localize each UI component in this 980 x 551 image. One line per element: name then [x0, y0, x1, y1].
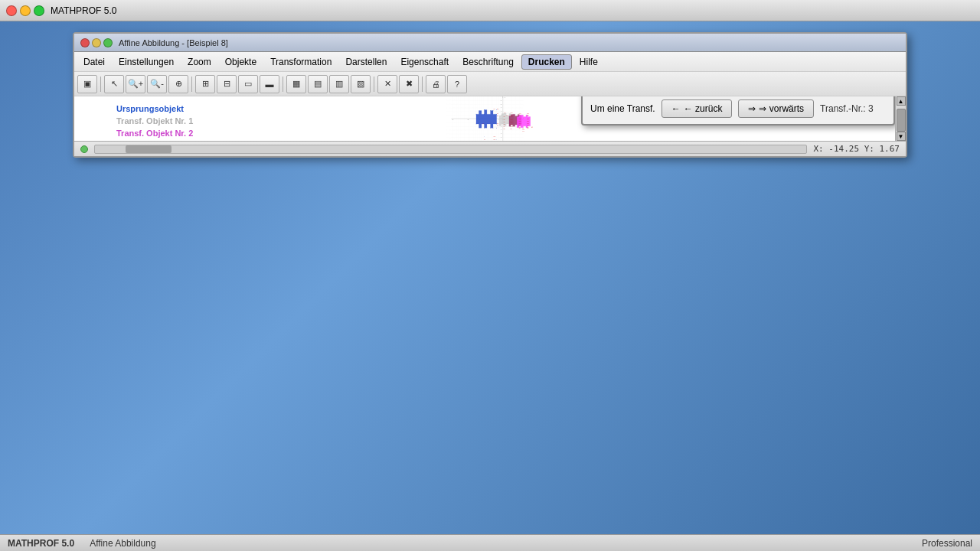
- horizontal-scrollbar[interactable]: [94, 145, 807, 154]
- menu-darstellen[interactable]: Darstellen: [339, 55, 393, 69]
- bottom-status-bar: MATHPROF 5.0 Affine Abbildung Profession…: [0, 534, 980, 551]
- back-icon: ←: [671, 103, 681, 114]
- menu-zoom[interactable]: Zoom: [181, 55, 217, 69]
- svg-point-77: [484, 124, 485, 125]
- window-controls[interactable]: [6, 5, 44, 16]
- bottom-app-name: MATHPROF 5.0: [8, 538, 74, 549]
- tb-zoom-in[interactable]: 🔍+: [126, 75, 145, 93]
- inner-min-btn[interactable]: [92, 38, 101, 47]
- bottom-professional-label: Professional: [922, 538, 972, 549]
- svg-text:P-11-1: P-11-1: [511, 124, 513, 125]
- svg-text:P-15-3: P-15-3: [527, 115, 529, 116]
- inner-max-btn[interactable]: [103, 38, 113, 47]
- svg-point-70: [496, 109, 497, 110]
- tb-frame[interactable]: ▭: [238, 75, 258, 93]
- app-title: MATHPROF 5.0: [51, 5, 116, 16]
- menu-datei[interactable]: Datei: [77, 55, 111, 69]
- svg-text:P-10-3: P-10-3: [527, 125, 529, 126]
- svg-text:P-13-3: P-13-3: [527, 119, 529, 119]
- tb-select-tool[interactable]: ▣: [77, 75, 97, 93]
- svg-point-71: [490, 110, 491, 111]
- main-window: Affine Abbildung - [Beispiel 8] Datei Ei…: [73, 32, 907, 158]
- status-bar: X: -14.25 Y: 1.67: [74, 141, 906, 156]
- svg-point-72: [493, 110, 494, 111]
- svg-point-76: [476, 124, 477, 125]
- vorwaerts-button[interactable]: ⇒ ⇒ vorwärts: [738, 99, 814, 118]
- close-btn[interactable]: [6, 5, 17, 16]
- svg-point-75: [476, 114, 477, 115]
- um-trans-label: Um eine Transf.: [590, 103, 655, 114]
- svg-text:✕: ✕: [531, 126, 533, 128]
- menu-objekte[interactable]: Objekte: [219, 55, 263, 69]
- legend-item-2: Transf. Objekt Nr. 1: [116, 116, 193, 126]
- tb-delete[interactable]: ✕: [377, 75, 397, 93]
- tb-grid[interactable]: ⊞: [195, 75, 215, 93]
- tb-sep-1: [100, 77, 101, 92]
- menu-einstellungen[interactable]: Einstellungen: [113, 55, 180, 69]
- menu-beschriftung[interactable]: Beschriftung: [456, 55, 520, 69]
- tb-sep-2: [191, 77, 192, 92]
- tb-table2[interactable]: ▤: [308, 75, 328, 93]
- inner-close-btn[interactable]: [80, 38, 90, 47]
- tb-sep-3: [283, 77, 283, 92]
- scroll-down-arrow[interactable]: ▼: [897, 132, 906, 141]
- svg-point-74: [484, 114, 485, 115]
- max-btn[interactable]: [34, 5, 44, 16]
- svg-point-69: [484, 109, 485, 110]
- svg-point-79: [490, 128, 491, 129]
- coords-display: X: -14.25 Y: 1.67: [813, 144, 900, 154]
- title-bar: MATHPROF 5.0: [0, 0, 980, 21]
- inner-title-text: Affine Abbildung - [Beispiel 8]: [119, 38, 228, 47]
- legend-item-3: Transf. Objekt Nr. 2: [116, 129, 193, 138]
- legend-item-1: Ursprungsobjekt: [116, 104, 193, 113]
- tb-axes[interactable]: ⊟: [217, 75, 237, 93]
- tb-zoom-fit[interactable]: ⊕: [168, 75, 188, 93]
- tb-layout2[interactable]: ▧: [351, 75, 371, 93]
- svg-text:P-13-1: P-13-1: [511, 119, 513, 120]
- vertical-scrollbar[interactable]: ▲ ▼: [895, 96, 906, 141]
- svg-text:P-9-3: P-9-3: [527, 127, 529, 128]
- scroll-thumb-h[interactable]: [126, 145, 172, 153]
- svg-text:P-12-2: P-12-2: [519, 121, 521, 122]
- menu-transformation[interactable]: Transformation: [264, 55, 338, 69]
- svg-text:P-16-3: P-16-3: [527, 113, 529, 114]
- tb-zoom-out[interactable]: 🔍-: [147, 75, 167, 93]
- tb-frame2[interactable]: ▬: [260, 75, 279, 93]
- svg-text:P-8-3: P-8-3: [527, 128, 529, 129]
- menu-drucken[interactable]: Drucken: [521, 54, 572, 70]
- svg-text:P-3-: P-3-: [523, 128, 524, 129]
- scroll-thumb-v[interactable]: [897, 109, 906, 132]
- tb-pointer[interactable]: ↖: [104, 75, 124, 93]
- svg-point-73: [496, 114, 497, 115]
- svg-text:P-12-1: P-12-1: [511, 122, 513, 122]
- svg-text:P-14-2: P-14-2: [519, 115, 521, 116]
- tb-delete2[interactable]: ✖: [399, 75, 419, 93]
- tb-help[interactable]: ?: [447, 75, 467, 93]
- status-indicator: [80, 145, 88, 153]
- svg-text:P-2-3: P-2-3: [523, 129, 525, 130]
- tb-layout[interactable]: ▥: [329, 75, 349, 93]
- svg-text:P-15-1: P-15-1: [511, 115, 513, 116]
- inner-window-controls[interactable]: [80, 38, 113, 47]
- min-btn[interactable]: [20, 5, 31, 16]
- zurueck-button[interactable]: ← ← zurück: [662, 99, 733, 118]
- graph-canvas[interactable]: Y X 12 10 8 6 4 2 0 -2 -4 -6 -8 -20 -16 …: [74, 96, 895, 141]
- toolbar: ▣ ↖ 🔍+ 🔍- ⊕ ⊞ ⊟ ▭ ▬ ▦ ▤ ▥ ▧ ✕ ✖ 🖨 ?: [74, 72, 906, 96]
- scroll-up-arrow[interactable]: ▲: [897, 96, 906, 106]
- tb-table[interactable]: ▦: [286, 75, 306, 93]
- vorwaerts-label: ⇒ vorwärts: [759, 103, 804, 114]
- svg-point-80: [493, 128, 494, 129]
- svg-text:P-15-2: P-15-2: [519, 113, 521, 114]
- svg-point-78: [484, 128, 485, 129]
- tb-print[interactable]: 🖨: [426, 75, 446, 93]
- menu-hilfe[interactable]: Hilfe: [573, 55, 604, 69]
- bottom-module-name: Affine Abbildung: [90, 538, 156, 549]
- dialog-bottom: Um eine Transf. ← ← zurück ⇒ ⇒ vorwärts …: [583, 96, 893, 124]
- tb-sep-4: [374, 77, 374, 92]
- svg-text:P-10-2: P-10-2: [519, 125, 521, 126]
- svg-text:P-14-1: P-14-1: [511, 116, 513, 117]
- zurueck-label: ← zurück: [684, 103, 723, 114]
- canvas-area: Y X 12 10 8 6 4 2 0 -2 -4 -6 -8 -20 -16 …: [74, 96, 906, 141]
- menu-eigenschaft[interactable]: Eigenschaft: [394, 55, 455, 69]
- svg-text:P-12-3: P-12-3: [527, 121, 529, 122]
